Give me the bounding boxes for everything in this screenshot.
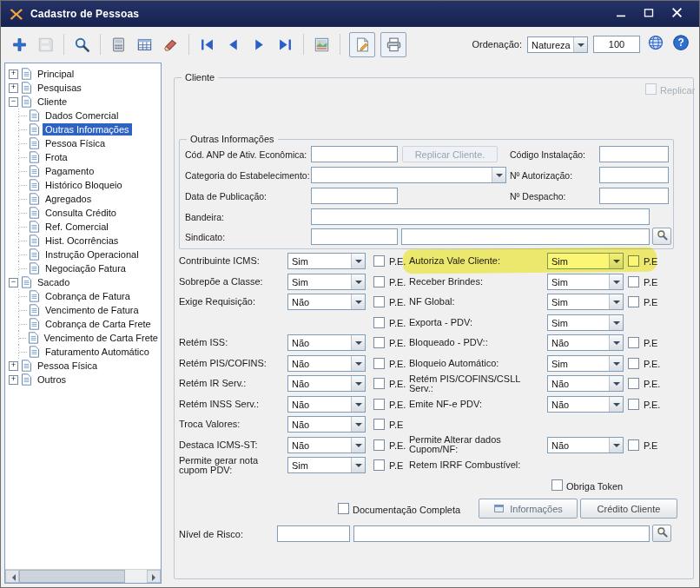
close-button[interactable]: [663, 3, 690, 24]
tree-item-agregados[interactable]: Agregados: [5, 192, 161, 206]
tree-item-vencimento-de-carta-frete[interactable]: Vencimento de Carta Frete: [5, 331, 161, 345]
pe-checkbox[interactable]: [373, 358, 385, 369]
collapse-icon[interactable]: −: [9, 278, 18, 287]
ordenacao-combobox[interactable]: Natureza: [527, 36, 588, 53]
pe-checkbox[interactable]: [628, 439, 639, 451]
chevron-down-icon[interactable]: [351, 376, 365, 391]
cod-anp-field[interactable]: [311, 146, 398, 162]
field-combobox[interactable]: Não: [287, 416, 366, 433]
tree-item-faturamento-autom-tico[interactable]: Faturamento Automático: [5, 345, 161, 359]
chevron-down-icon[interactable]: [351, 254, 365, 268]
tree-item-pagamento[interactable]: Pagamento: [5, 164, 161, 178]
chevron-down-icon[interactable]: [351, 274, 365, 289]
field-combobox[interactable]: Sim: [547, 274, 624, 290]
field-combobox[interactable]: Sim: [547, 253, 624, 269]
field-combobox[interactable]: Não: [287, 375, 366, 392]
pe-checkbox[interactable]: [373, 419, 385, 430]
tree-item-principal[interactable]: +Principal: [5, 67, 161, 81]
tree-item-instru-o-operacional[interactable]: Instrução Operacional: [5, 248, 161, 261]
tree-item-cliente[interactable]: −Cliente: [5, 95, 161, 109]
minimize-button[interactable]: [607, 3, 635, 24]
next-record-button[interactable]: [248, 33, 271, 56]
num-despacho-field[interactable]: [599, 188, 669, 204]
pe-checkbox[interactable]: [373, 337, 385, 348]
field-combobox[interactable]: Sim: [287, 274, 366, 290]
report-button[interactable]: [310, 33, 333, 56]
field-combobox[interactable]: Sim: [547, 294, 624, 310]
print-button[interactable]: [380, 32, 406, 57]
tree-item-outras-informa-es[interactable]: Outras Informações: [5, 122, 161, 136]
scroll-right-icon[interactable]: [147, 570, 161, 583]
chevron-down-icon[interactable]: [609, 254, 623, 268]
informacoes-button[interactable]: Informações: [479, 499, 578, 519]
scroll-left-icon[interactable]: [5, 570, 19, 583]
tree-horizontal-scrollbar[interactable]: [5, 569, 161, 583]
pe-checkbox[interactable]: [373, 276, 385, 287]
pe-checkbox[interactable]: [373, 378, 385, 389]
pe-checkbox[interactable]: [628, 255, 639, 267]
tree-item-pessoa-f-sica[interactable]: Pessoa Física: [5, 136, 161, 150]
chevron-down-icon[interactable]: [351, 438, 365, 453]
pe-checkbox[interactable]: [373, 255, 385, 267]
expand-icon[interactable]: +: [9, 69, 18, 79]
sindicato-code-field[interactable]: [311, 228, 398, 245]
tree-item-pessoa-f-sica[interactable]: +Pessoa Física: [5, 359, 161, 373]
field-combobox[interactable]: Não: [547, 375, 624, 392]
chevron-down-icon[interactable]: [351, 458, 365, 472]
pe-checkbox[interactable]: [628, 399, 639, 410]
field-combobox[interactable]: Não: [287, 294, 366, 310]
table-button[interactable]: [133, 33, 156, 56]
nivel-risco-name-field[interactable]: [353, 525, 650, 542]
record-count-field[interactable]: 100: [593, 36, 640, 53]
categoria-combobox[interactable]: [311, 167, 506, 183]
tree-item-dados-comercial[interactable]: Dados Comercial: [5, 109, 161, 122]
tree-item-outros[interactable]: +Outros: [5, 373, 161, 386]
chevron-down-icon[interactable]: [609, 356, 623, 371]
expand-icon[interactable]: +: [9, 83, 18, 93]
field-combobox[interactable]: Sim: [547, 355, 624, 372]
data-publicacao-field[interactable]: [311, 188, 398, 204]
chevron-down-icon[interactable]: [573, 37, 587, 52]
search-button[interactable]: [70, 33, 94, 56]
chevron-down-icon[interactable]: [609, 397, 623, 412]
previous-record-button[interactable]: [221, 33, 245, 56]
sindicato-lookup-button[interactable]: [652, 228, 671, 245]
chevron-down-icon[interactable]: [351, 335, 365, 350]
bandeira-field[interactable]: [311, 208, 650, 225]
pe-checkbox[interactable]: [373, 317, 385, 328]
field-combobox[interactable]: Sim: [547, 314, 624, 331]
scrollbar-thumb[interactable]: [19, 570, 125, 583]
chevron-down-icon[interactable]: [609, 315, 623, 330]
tree-item-negocia-o-fatura[interactable]: Negociação Fatura: [5, 261, 161, 275]
first-record-button[interactable]: [195, 33, 219, 56]
nivel-risco-code-field[interactable]: [277, 525, 350, 542]
tree-item-consulta-cr-dito[interactable]: Consulta Crédito: [5, 206, 161, 220]
pe-checkbox[interactable]: [628, 296, 639, 307]
field-combobox[interactable]: Não: [547, 396, 624, 413]
documentacao-completa-checkbox[interactable]: [338, 503, 349, 514]
chevron-down-icon[interactable]: [351, 356, 365, 371]
chevron-down-icon[interactable]: [351, 417, 365, 432]
tree-item-ref-comercial[interactable]: Ref. Comercial: [5, 220, 161, 234]
pe-checkbox[interactable]: [628, 337, 639, 348]
tree-item-cobran-a-de-fatura[interactable]: Cobrança de Fatura: [5, 289, 161, 303]
field-combobox[interactable]: Não: [547, 437, 624, 453]
expand-icon[interactable]: +: [9, 361, 18, 371]
tree-item-pesquisas[interactable]: +Pesquisas: [5, 81, 161, 95]
tree-item-frota[interactable]: Frota: [5, 150, 161, 164]
pe-checkbox[interactable]: [373, 439, 385, 451]
chevron-down-icon[interactable]: [609, 294, 623, 309]
help-button[interactable]: ?: [670, 35, 690, 55]
sindicato-name-field[interactable]: [401, 228, 650, 245]
edit-document-button[interactable]: [349, 32, 375, 57]
tree-item-hist-ocorr-ncias[interactable]: Hist. Ocorrências: [5, 234, 161, 248]
obriga-token-checkbox[interactable]: [551, 479, 563, 491]
codigo-instalacao-field[interactable]: [599, 146, 669, 162]
calculator-button[interactable]: [107, 33, 130, 56]
field-combobox[interactable]: Não: [287, 355, 366, 372]
expand-icon[interactable]: +: [9, 375, 18, 385]
globe-button[interactable]: [645, 35, 665, 55]
pe-checkbox[interactable]: [628, 378, 639, 389]
add-button[interactable]: [8, 33, 31, 56]
eraser-button[interactable]: [159, 33, 182, 56]
